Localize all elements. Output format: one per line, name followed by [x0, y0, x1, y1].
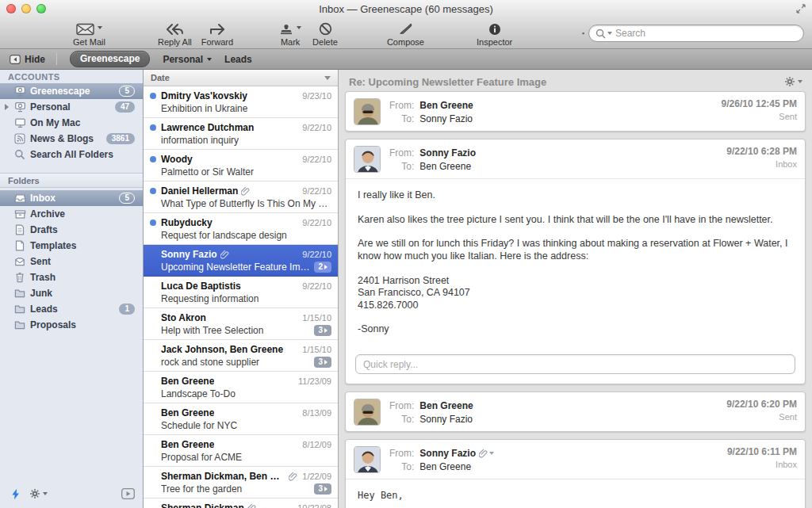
chevron-down-icon	[207, 58, 212, 61]
message-sender: Ben Greene	[161, 407, 214, 418]
unread-dot-icon	[150, 156, 156, 162]
message-meta: 9/22/10 6:11 PMInbox	[727, 446, 797, 473]
message-list-sort-header[interactable]: Date	[144, 70, 338, 86]
get-mail-dropdown-icon[interactable]	[98, 26, 102, 29]
account-item-greenescape[interactable]: Greenescape5	[0, 83, 143, 99]
unread-dot-icon	[150, 188, 156, 194]
quick-reply-input[interactable]	[355, 354, 795, 374]
folder-item-templates[interactable]: Templates	[0, 238, 143, 254]
message-card-header[interactable]: From:Sonny FazioTo:Ben Greene9/22/10 6:2…	[346, 139, 805, 178]
message-row-luca-de-baptistis[interactable]: Luca De Baptistis9/22/10Requesting infor…	[144, 277, 338, 308]
account-item-personal[interactable]: Personal47	[0, 99, 143, 115]
message-row-woody[interactable]: Woody9/22/10Palmetto or Sir Walter	[144, 150, 338, 181]
message-card-header[interactable]: From:Ben GreeneTo:Sonny Fazio9/26/10 12:…	[346, 92, 805, 131]
sidebar-item-label: Junk	[30, 288, 52, 299]
message-row-daniel-hellerman[interactable]: Daniel Hellerman9/22/10What Type of Butt…	[144, 181, 338, 213]
tab-personal[interactable]: Personal	[163, 54, 212, 65]
sidebar-actions-button[interactable]	[29, 488, 48, 499]
folder-item-leads[interactable]: Leads1	[0, 301, 143, 317]
message-row-ben-greene[interactable]: Ben Greene8/13/09Schedule for NYC	[144, 403, 338, 435]
message-row-sto-akron[interactable]: Sto Akron1/15/10Help with Tree Selection…	[144, 308, 338, 340]
address-block: From:Sonny FazioTo:Ben Greene	[389, 446, 494, 473]
folder-item-proposals[interactable]: Proposals	[0, 317, 143, 333]
message-sender: Jack Johnson, Ben Greene	[161, 344, 283, 355]
reply-all-button[interactable]: Reply All	[158, 21, 192, 47]
message-row-dmitry-vas-kovskiy[interactable]: Dmitry Vas'kovskiy9/23/10Exhibition in U…	[144, 86, 338, 118]
fullscreen-icon[interactable]	[796, 4, 806, 13]
thread-count-badge[interactable]: 3	[314, 357, 331, 368]
sidebar-item-label: On My Mac	[30, 117, 80, 128]
thread-count-badge[interactable]: 3	[314, 325, 331, 336]
media-preview-button[interactable]	[121, 488, 135, 499]
message-subject: Exhibition in Ukraine	[161, 103, 247, 114]
message-row-rubyducky[interactable]: Rubyducky9/22/10Request for landscape de…	[144, 213, 338, 245]
forward-button[interactable]: Forward	[201, 21, 233, 47]
unread-indicator	[150, 188, 161, 194]
tab-greenescape[interactable]: Greenescape	[70, 51, 150, 67]
reply-all-icon	[165, 21, 184, 36]
conversation-actions-button[interactable]	[784, 76, 802, 87]
message-meta: 9/22/10 6:28 PMInbox	[726, 146, 797, 173]
account-item-search-all-folders[interactable]: Search All Folders	[0, 147, 143, 162]
search-input[interactable]	[615, 28, 797, 39]
message-row-sherman-dickman[interactable]: Sherman Dickman10/22/08	[144, 498, 338, 508]
thread-count-badge[interactable]: 2	[314, 262, 331, 273]
tab-leads[interactable]: Leads	[224, 54, 252, 65]
message-subject: Tree for the garden	[161, 483, 242, 495]
message-date: 1/22/09	[297, 472, 331, 481]
message-subject: Proposal for ACME	[161, 452, 242, 463]
sidebar: ACCOUNTS Greenescape5Personal47On My Mac…	[0, 70, 144, 508]
mark-button[interactable]: Mark	[279, 21, 301, 47]
sidebar-item-label: News & Blogs	[30, 133, 94, 144]
quick-post-button[interactable]	[10, 488, 21, 500]
sender-name: Ben Greene	[419, 400, 473, 411]
folder-item-drafts[interactable]: Drafts	[0, 222, 143, 238]
from-label: From:	[389, 448, 414, 459]
search-scope-dropdown-icon[interactable]	[607, 32, 612, 35]
account-item-on-my-mac[interactable]: On My Mac	[0, 115, 143, 131]
folder-item-sent[interactable]: Sent	[0, 254, 143, 269]
window-title: Inbox — Greenescape (60 messages)	[0, 3, 812, 15]
inspector-icon	[488, 21, 501, 36]
to-label: To:	[389, 113, 414, 124]
message-row-ben-greene[interactable]: Ben Greene11/23/09Landscape To-Do	[144, 372, 338, 403]
expand-thread-icon	[324, 487, 327, 491]
message-row-sonny-fazio[interactable]: Sonny Fazio9/22/10Upcoming Newsletter Fe…	[144, 245, 338, 277]
message-date: 9/22/10	[297, 155, 331, 164]
attachment-icon[interactable]	[479, 449, 494, 458]
message-meta: 9/26/10 12:45 PMSent	[722, 98, 797, 125]
compose-button[interactable]: Compose	[387, 21, 424, 47]
message-row-ben-greene[interactable]: Ben Greene8/12/09Proposal for ACME	[144, 435, 338, 467]
message-card-header[interactable]: From:Sonny FazioTo:Ben Greene9/22/10 6:1…	[346, 440, 805, 479]
folder-item-junk[interactable]: Junk	[0, 285, 143, 301]
search-field[interactable]	[588, 25, 804, 42]
message-sender: Ben Greene	[161, 376, 214, 387]
hide-button[interactable]: Hide	[10, 54, 45, 65]
folder-item-inbox[interactable]: Inbox5	[0, 190, 143, 206]
message-row-sherman-dickman-ben-gr[interactable]: Sherman Dickman, Ben Gr...1/22/09Tree fo…	[144, 467, 338, 498]
sidebar-item-label: Leads	[30, 304, 58, 315]
account-item-news-blogs[interactable]: News & Blogs3861	[0, 131, 143, 147]
message-row-lawrence-dutchman[interactable]: Lawrence Dutchman9/22/10information inqu…	[144, 118, 338, 150]
thread-count-badge[interactable]: 3	[314, 483, 331, 495]
folders-header[interactable]: Folders	[0, 173, 143, 188]
delete-button[interactable]: Delete	[312, 21, 338, 47]
gear-dropdown-icon	[798, 80, 802, 83]
titlebar[interactable]: Inbox — Greenescape (60 messages)	[0, 0, 812, 17]
folder-item-trash[interactable]: Trash	[0, 269, 143, 285]
sidebar-spacer	[0, 333, 143, 484]
body-paragraph: Are we still on for lunch this Friday? I…	[358, 238, 793, 262]
message-row-jack-johnson-ben-greene[interactable]: Jack Johnson, Ben Greene1/15/10rock and …	[144, 340, 338, 372]
message-body: I really like it Ben.Karen also likes th…	[346, 178, 805, 351]
folder-item-archive[interactable]: Archive	[0, 206, 143, 222]
disclosure-triangle-icon[interactable]	[0, 104, 13, 110]
inspector-button[interactable]: Inspector	[477, 21, 512, 47]
mark-dropdown-icon[interactable]	[297, 26, 301, 29]
message-subject: Request for landscape design	[161, 230, 287, 241]
message-date: 9/23/10	[297, 91, 331, 101]
message-subject: rock and stone supplier	[161, 357, 259, 368]
message-card-header[interactable]: From:Ben GreeneTo:Sonny Fazio9/22/10 6:2…	[346, 392, 805, 431]
body-paragraph: I really like it Ben.	[358, 189, 793, 202]
unread-indicator	[150, 156, 161, 162]
get-mail-button[interactable]: Get Mail	[73, 21, 105, 47]
